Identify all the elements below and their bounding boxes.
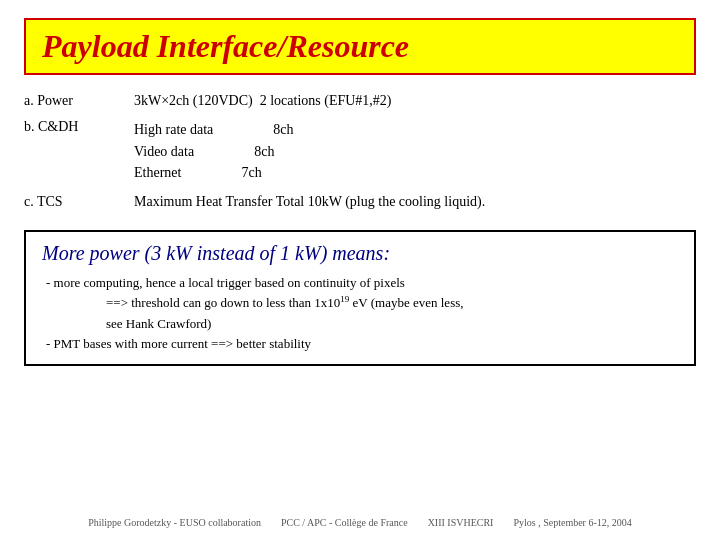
footer-conference: XIII ISVHECRI	[428, 517, 494, 528]
bullet-2-indent: ==> threshold can go down to less than 1…	[106, 293, 678, 313]
text-tcs: Maximum Heat Transfer Total 10kW (plug t…	[134, 194, 485, 209]
cdh-item-1-name: High rate data	[134, 119, 213, 141]
bullet-3: - PMT bases with more current ==> better…	[46, 334, 678, 354]
content-tcs: Maximum Heat Transfer Total 10kW (plug t…	[134, 194, 696, 210]
bullet-list: - more computing, hence a local trigger …	[42, 273, 678, 354]
text-power: 3kW×2ch (120VDC) 2 locations (EFU#1,#2)	[134, 93, 392, 108]
content-power: 3kW×2ch (120VDC) 2 locations (EFU#1,#2)	[134, 93, 696, 109]
bullet-1: - more computing, hence a local trigger …	[46, 273, 678, 293]
label-cdh: b. C&DH	[24, 119, 134, 135]
label-power: a. Power	[24, 93, 134, 109]
highlight-title: More power (3 kW instead of 1 kW) means:	[42, 242, 678, 265]
page-title: Payload Interface/Resource	[42, 28, 409, 64]
cdh-row-1: High rate data 8ch	[134, 119, 696, 141]
cdh-item-2-name: Video data	[134, 141, 194, 163]
label-tcs: c. TCS	[24, 194, 134, 210]
footer-author: Philippe Gorodetzky - EUSO collaboration	[88, 517, 261, 528]
cdh-row-3: Ethernet 7ch	[134, 162, 696, 184]
footer: Philippe Gorodetzky - EUSO collaboration…	[24, 511, 696, 528]
footer-location: Pylos , September 6-12, 2004	[513, 517, 631, 528]
cdh-item-2-val: 8ch	[254, 141, 274, 163]
highlight-box: More power (3 kW instead of 1 kW) means:…	[24, 230, 696, 366]
exponent: 19	[340, 294, 349, 304]
footer-lab: PCC / APC - Collège de France	[281, 517, 408, 528]
row-cdh: b. C&DH High rate data 8ch Video data 8c…	[24, 119, 696, 184]
content-area: a. Power 3kW×2ch (120VDC) 2 locations (E…	[24, 93, 696, 511]
content-cdh: High rate data 8ch Video data 8ch Ethern…	[134, 119, 696, 184]
row-power: a. Power 3kW×2ch (120VDC) 2 locations (E…	[24, 93, 696, 109]
title-box: Payload Interface/Resource	[24, 18, 696, 75]
bullet-2b: see Hank Crawford)	[106, 314, 678, 334]
cdh-row-2: Video data 8ch	[134, 141, 696, 163]
cdh-item-3-name: Ethernet	[134, 162, 181, 184]
page: Payload Interface/Resource a. Power 3kW×…	[0, 0, 720, 540]
cdh-item-1-val: 8ch	[273, 119, 293, 141]
cdh-item-3-val: 7ch	[241, 162, 261, 184]
row-tcs: c. TCS Maximum Heat Transfer Total 10kW …	[24, 194, 696, 210]
